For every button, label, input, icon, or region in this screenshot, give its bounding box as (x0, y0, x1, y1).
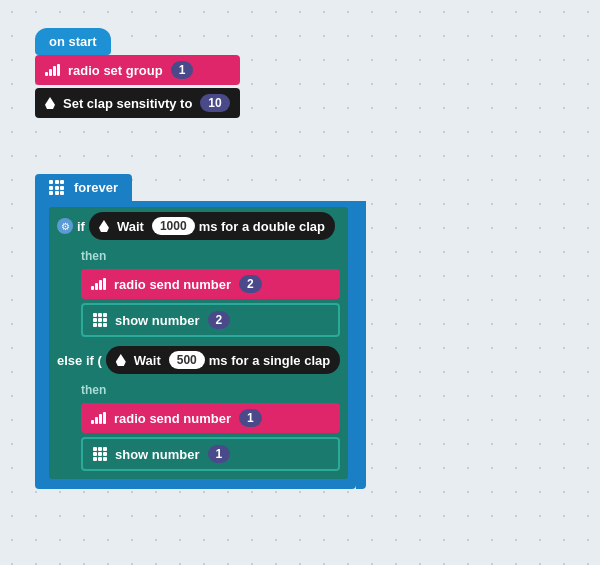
forever-group: forever ⚙ if (35, 170, 366, 499)
radio-set-group-block[interactable]: radio set group 1 (35, 55, 240, 85)
if-wait-label: Wait (117, 219, 144, 234)
else-if-label: else if ( (57, 353, 102, 368)
on-start-label: on start (49, 34, 97, 49)
radio-send-1-label: radio send number (114, 411, 231, 426)
forever-label: forever (74, 180, 118, 195)
set-clap-sensitivity-block[interactable]: Set clap sensitivty to 10 (35, 88, 240, 118)
else-if-wait-label: Wait (134, 353, 161, 368)
if-condition-block[interactable]: Wait 1000 ms for a double clap (89, 212, 335, 240)
else-if-condition-text: ms for a single clap (209, 353, 330, 368)
show-number-1-value[interactable]: 1 (208, 445, 231, 463)
set-clap-value[interactable]: 10 (200, 94, 229, 112)
signal-icon-2 (91, 278, 106, 290)
then-label: then (81, 249, 340, 263)
signal-icon-3 (91, 412, 106, 424)
radio-send-number-2-block[interactable]: radio send number 2 (81, 269, 340, 299)
set-clap-label: Set clap sensitivty to (63, 96, 192, 111)
else-if-then-section: then radio send number 1 (49, 379, 348, 479)
signal-icon (45, 64, 60, 76)
else-if-condition-block[interactable]: Wait 500 ms for a single clap (106, 346, 340, 374)
radio-send-2-value[interactable]: 2 (239, 275, 262, 293)
else-if-row: else if ( Wait 500 ms for a single clap (49, 341, 348, 379)
grid-icon-3 (93, 447, 107, 461)
gear-icon: ⚙ (57, 218, 73, 234)
show-number-2-label: show number (115, 313, 200, 328)
radio-send-2-label: radio send number (114, 277, 231, 292)
on-start-group: on start radio set group 1 Set clap sens… (35, 28, 240, 118)
on-start-block[interactable]: on start (35, 28, 111, 55)
drop-icon-if (99, 220, 109, 232)
else-if-wait-value[interactable]: 500 (169, 351, 205, 369)
if-row: ⚙ if Wait 1000 ms for a double clap (49, 207, 348, 245)
if-label: if (77, 219, 85, 234)
show-number-2-block[interactable]: show number 2 (81, 303, 340, 337)
show-number-1-label: show number (115, 447, 200, 462)
radio-set-group-label: radio set group (68, 63, 163, 78)
drop-icon (45, 97, 55, 109)
if-wait-value[interactable]: 1000 (152, 217, 195, 235)
forever-block[interactable]: forever (35, 174, 132, 201)
grid-icon-2 (93, 313, 107, 327)
show-number-2-value[interactable]: 2 (208, 311, 231, 329)
radio-send-number-1-block[interactable]: radio send number 1 (81, 403, 340, 433)
radio-set-group-value[interactable]: 1 (171, 61, 194, 79)
drop-icon-else-if (116, 354, 126, 366)
radio-send-1-value[interactable]: 1 (239, 409, 262, 427)
if-else-block: ⚙ if Wait 1000 ms for a double clap (49, 207, 348, 479)
then-section: then radio send number 2 (49, 245, 348, 341)
grid-icon (49, 180, 64, 195)
show-number-1-block[interactable]: show number 1 (81, 437, 340, 471)
else-then-label: then (81, 383, 340, 397)
if-condition-text: ms for a double clap (199, 219, 325, 234)
